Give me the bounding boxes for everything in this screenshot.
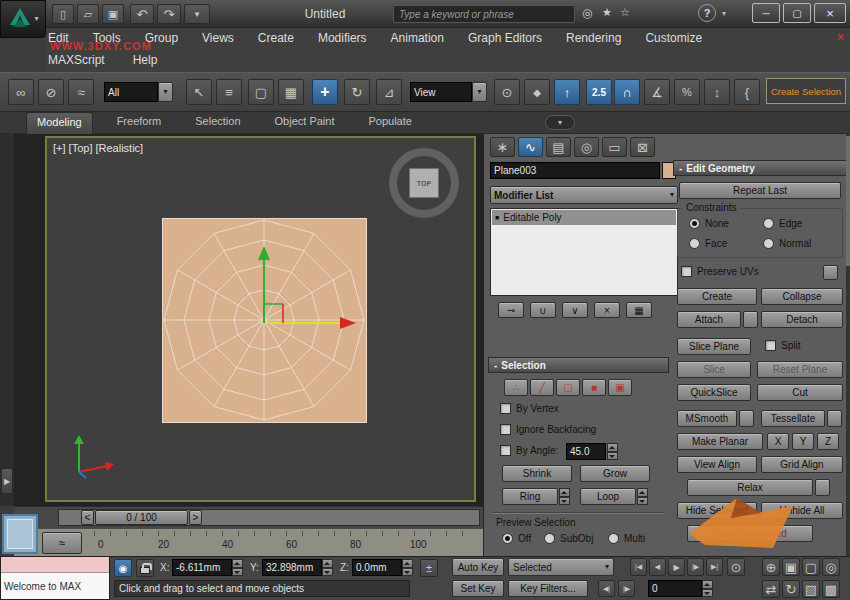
edit-geometry-header[interactable]: - Edit Geometry [673, 160, 847, 176]
keyboard-shortcut-override-toggle[interactable]: ↑ [554, 79, 580, 105]
shrink-button[interactable]: Shrink [502, 465, 572, 482]
modifier-list-dropdown[interactable]: Modifier List ▾ [490, 186, 678, 204]
menu-rendering[interactable]: Rendering [566, 31, 621, 45]
constraint-normal-option[interactable]: Normal [763, 238, 811, 249]
next-frame-button[interactable]: |▶ [687, 558, 704, 576]
make-planar-z-button[interactable]: Z [817, 433, 839, 450]
tab-freeform[interactable]: Freeform [107, 112, 172, 134]
go-to-end-button[interactable]: ▶| [706, 558, 723, 576]
angle-snap-toggle[interactable]: ∡ [644, 79, 670, 105]
selection-lock-toggle[interactable] [136, 559, 154, 577]
show-end-result-button[interactable]: ∪ [530, 302, 556, 318]
tab-display-panel[interactable]: ▭ [602, 137, 627, 157]
help-button[interactable]: ? [698, 4, 716, 22]
select-and-move-button[interactable]: + [312, 79, 338, 105]
auto-key-button[interactable]: Auto Key [452, 558, 504, 576]
new-file-button[interactable]: ▯ [52, 4, 74, 24]
next-key-button[interactable]: |▶ [618, 580, 635, 597]
object-name-field[interactable]: Plane003 [490, 162, 660, 179]
msmooth-button[interactable]: MSmooth [677, 410, 737, 427]
msmooth-settings-button[interactable] [739, 410, 754, 427]
attach-button[interactable]: Attach [677, 311, 741, 328]
help-caret-icon[interactable]: ▾ [722, 10, 726, 18]
mini-curve-editor-button[interactable]: ≈ [42, 532, 82, 554]
scrollbar-thumb[interactable] [846, 136, 850, 266]
preview-multi-option[interactable]: Multi [608, 533, 645, 544]
select-and-rotate-button[interactable]: ↻ [344, 79, 370, 105]
border-subobject-button[interactable]: ▢ [556, 379, 580, 396]
z-coord-field[interactable]: 0.0mm [352, 559, 402, 576]
preserve-uvs-checkbox[interactable] [681, 266, 692, 277]
split-checkbox[interactable] [765, 340, 776, 351]
undo-button[interactable]: ↶ [130, 4, 154, 24]
bind-to-space-warp-button[interactable]: ≈ [68, 79, 94, 105]
reset-plane-button[interactable]: Reset Plane [757, 361, 843, 378]
preview-off-option[interactable]: Off [502, 533, 531, 544]
viewcube-face[interactable]: TOP [409, 168, 439, 198]
percent-snap-toggle[interactable]: % [674, 79, 700, 105]
tab-modeling[interactable]: Modeling [26, 112, 93, 134]
use-pivot-center-button[interactable]: ⊙ [494, 79, 520, 105]
by-angle-spinner[interactable] [607, 443, 618, 460]
preview-off-radio[interactable] [502, 533, 513, 544]
open-file-button[interactable]: ▱ [77, 4, 99, 24]
previous-frame-button[interactable]: ◀ [649, 558, 666, 576]
ribbon-minimize-pill[interactable]: ▾ [545, 115, 575, 130]
viewport-top[interactable]: [+] [Top] [Realistic] TOP [45, 136, 476, 502]
zoom-button[interactable]: ⊕ [762, 558, 780, 576]
menu-help[interactable]: Help [133, 53, 158, 67]
constraint-none-option[interactable]: None [689, 218, 729, 229]
constraint-face-option[interactable]: Face [689, 238, 727, 249]
redo-button[interactable]: ↷ [157, 4, 181, 24]
make-planar-x-button[interactable]: X [767, 433, 789, 450]
menu-maxscript[interactable]: MAXScript [48, 53, 105, 67]
select-and-manipulate-button[interactable]: ◆ [524, 79, 550, 105]
grid-align-button[interactable]: Grid Align [761, 456, 843, 473]
orbit-view-button[interactable]: ↻ [782, 580, 800, 598]
maximize-viewport-toggle[interactable]: ▩ [822, 580, 840, 598]
hide-selected-button[interactable]: Hide Selected [677, 502, 757, 519]
plane-object[interactable] [162, 218, 367, 423]
maximize-button[interactable]: ▢ [783, 3, 811, 23]
ring-spinner[interactable] [559, 488, 570, 505]
view-align-button[interactable]: View Align [677, 456, 757, 473]
app-logo-button[interactable]: ▾ [0, 0, 46, 38]
tab-utilities-panel[interactable]: ⊠ [630, 137, 655, 157]
go-to-start-button[interactable]: |◀ [630, 558, 647, 576]
tab-hierarchy-panel[interactable]: ▤ [546, 137, 571, 157]
by-angle-checkbox[interactable] [500, 445, 511, 456]
preview-multi-radio[interactable] [608, 533, 619, 544]
time-slider-handle[interactable]: 0 / 100 [95, 510, 188, 525]
time-slider-next-arrow[interactable]: > [189, 510, 202, 525]
stack-row-editable-poly[interactable]: ■ Editable Poly [492, 210, 676, 225]
make-planar-y-button[interactable]: Y [792, 433, 814, 450]
set-key-button[interactable]: Set Key [452, 580, 504, 597]
snaps-toggle-25d[interactable]: 2.5 [586, 79, 612, 105]
workspace-dropdown-button[interactable]: ▾ [184, 4, 210, 24]
polygon-subobject-button[interactable]: ■ [582, 379, 606, 396]
spinner-snap-toggle[interactable]: ↕ [704, 79, 730, 105]
menu-customize[interactable]: Customize [645, 31, 702, 45]
menu-animation[interactable]: Animation [391, 31, 444, 45]
ignore-backfacing-checkbox[interactable] [500, 424, 511, 435]
minimize-button[interactable]: ─ [752, 3, 780, 23]
field-of-view-button[interactable]: ◎ [822, 558, 840, 576]
preserve-uvs-settings-button[interactable] [823, 265, 838, 280]
remove-modifier-button[interactable]: × [594, 302, 620, 318]
constraint-edge-option[interactable]: Edge [763, 218, 802, 229]
tessellate-settings-button[interactable] [827, 410, 842, 427]
zoom-region-button[interactable]: ▧ [802, 580, 820, 598]
create-button[interactable]: Create [677, 288, 757, 305]
coord-system-arrow[interactable]: ▾ [472, 82, 487, 102]
rectangular-selection-region-button[interactable]: ▢ [248, 79, 274, 105]
menu-create[interactable]: Create [258, 31, 294, 45]
repeat-last-button[interactable]: Repeat Last [679, 182, 841, 199]
cut-button[interactable]: Cut [757, 384, 843, 401]
viewport-layout-thumbnail[interactable] [2, 514, 38, 554]
pan-view-button[interactable]: ⇄ [762, 580, 780, 598]
search-box[interactable]: Type a keyword or phrase [393, 5, 575, 23]
collapse-button[interactable]: Collapse [761, 288, 843, 305]
play-button[interactable]: ▶ [668, 558, 685, 576]
quickslice-button[interactable]: QuickSlice [677, 384, 751, 401]
slice-plane-button[interactable]: Slice Plane [677, 338, 751, 355]
